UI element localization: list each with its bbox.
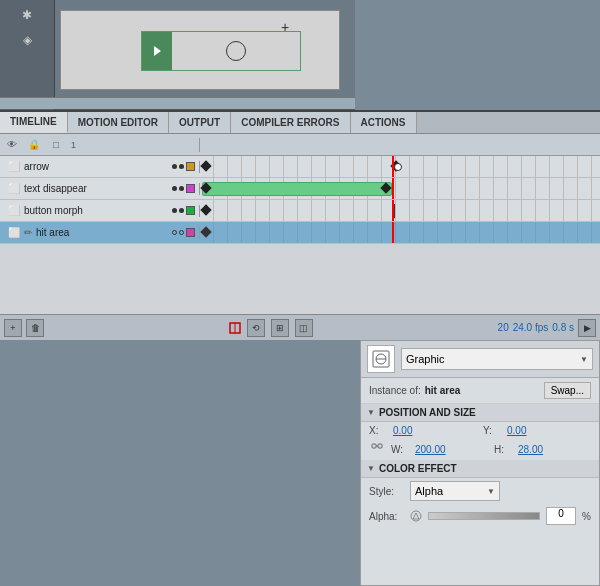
layer-dots-td: [172, 184, 195, 193]
w-value[interactable]: 200.00: [415, 444, 446, 455]
percent-label: %: [582, 511, 591, 522]
current-frame[interactable]: 20: [498, 322, 509, 333]
layer-name-text-disappear: ⬜ text disappear: [0, 183, 200, 195]
color-section-label: COLOR EFFECT: [379, 463, 457, 474]
layer-label-hit-area: hit area: [36, 227, 69, 238]
instance-label: Instance of:: [369, 385, 421, 396]
onion-skin-button[interactable]: ◫: [295, 319, 313, 337]
scroll-right-button[interactable]: ▶: [578, 319, 596, 337]
x-value[interactable]: 0.00: [393, 425, 412, 436]
playhead-line-ha: [392, 222, 394, 243]
playhead-line-bm: [392, 200, 394, 221]
layers-area: ⬜ arrow ⬜: [0, 156, 600, 244]
swap-button[interactable]: Swap...: [544, 382, 591, 399]
alpha-input[interactable]: 0: [546, 507, 576, 525]
dot2: [179, 164, 184, 169]
add-layer-button[interactable]: +: [4, 319, 22, 337]
y-value[interactable]: 0.00: [507, 425, 526, 436]
stage-canvas: ✱ ◈ +: [0, 0, 355, 110]
frame-grid-bm: [200, 200, 600, 221]
frames-cell-arrow: [200, 156, 600, 177]
circle-shape: [226, 41, 246, 61]
x-pair: X: 0.00: [369, 425, 477, 436]
tool-icon-1[interactable]: ✱: [17, 5, 37, 25]
tab-output[interactable]: OUTPUT: [169, 112, 231, 133]
alpha-slider[interactable]: [428, 512, 540, 520]
color-section-collapse-arrow: ▼: [367, 464, 375, 473]
snap-button[interactable]: ⊞: [271, 319, 289, 337]
left-toolbar: ✱ ◈: [0, 0, 55, 110]
dot2-ha: [179, 230, 184, 235]
color-effect-section-header[interactable]: ▼ COLOR EFFECT: [361, 460, 599, 478]
layer-row-button-morph[interactable]: ⬜ button morph: [0, 200, 600, 222]
y-label: Y:: [483, 425, 503, 436]
layer-color-bm: [186, 206, 195, 215]
wh-row: W: 200.00 H: 28.00: [361, 439, 599, 460]
tab-compiler-errors[interactable]: COMPILER ERRORS: [231, 112, 350, 133]
time-value: 0.8 s: [552, 322, 574, 333]
timeline-header: 👁 🔒 □ 1 5 10 15 20 25 30: [0, 134, 600, 156]
alpha-icon: [410, 510, 422, 522]
h-pair: H: 28.00: [494, 444, 591, 455]
layer-row-text-disappear[interactable]: ⬜ text disappear: [0, 178, 600, 200]
playhead-line-td: [392, 178, 394, 199]
layer-type-icon-bm: ⬜: [8, 205, 20, 217]
frame-icon: □: [49, 138, 63, 152]
frame-one-label: 1: [71, 140, 76, 150]
timeline-panel: TIMELINE MOTION EDITOR OUTPUT COMPILER E…: [0, 110, 600, 340]
frame-grid-ha: [200, 222, 600, 243]
position-section-label: POSITION AND SIZE: [379, 407, 476, 418]
delete-layer-button[interactable]: 🗑: [26, 319, 44, 337]
svg-rect-7: [378, 444, 382, 448]
alpha-row: Alpha: 0 %: [361, 504, 599, 528]
layer-color-ha: [186, 228, 195, 237]
tween-bar-td: [202, 182, 392, 196]
svg-rect-6: [372, 444, 376, 448]
dot1-td: [172, 186, 177, 191]
layer-row-arrow[interactable]: ⬜ arrow: [0, 156, 600, 178]
timeline-bottom: + 🗑 ⟲ ⊞ ◫ 20 24.0 fps 0.8 s ▶: [0, 314, 600, 340]
style-dropdown[interactable]: Alpha ▼: [410, 481, 500, 501]
position-section-header[interactable]: ▼ POSITION AND SIZE: [361, 404, 599, 422]
pencil-icon: ✏: [24, 227, 32, 238]
section-collapse-arrow: ▼: [367, 408, 375, 417]
layer-name-hit-area: ⬜ ✏ hit area: [0, 227, 200, 239]
link-icon[interactable]: [369, 441, 385, 457]
layer-dots-ha: [172, 228, 195, 237]
tab-timeline[interactable]: TIMELINE: [0, 112, 68, 133]
tab-motion-editor[interactable]: MOTION EDITOR: [68, 112, 169, 133]
instance-row: Instance of: hit area Swap...: [361, 378, 599, 404]
style-label: Style:: [369, 486, 404, 497]
stage-button: [141, 31, 301, 71]
x-label: X:: [369, 425, 389, 436]
layer-name-button-morph: ⬜ button morph: [0, 205, 200, 217]
layer-color-arrow: [186, 162, 195, 171]
tab-actions[interactable]: ACTIONS: [351, 112, 417, 133]
style-value: Alpha: [415, 485, 443, 497]
hollow-circle-arrow: [394, 163, 402, 171]
h-value[interactable]: 28.00: [518, 444, 543, 455]
props-type-dropdown[interactable]: Graphic ▼: [401, 348, 593, 370]
layer-label-button-morph: button morph: [24, 205, 83, 216]
dot2-bm: [179, 208, 184, 213]
h-label: H:: [494, 444, 514, 455]
frames-cell-bm: [200, 200, 600, 221]
style-dropdown-arrow-icon: ▼: [487, 487, 495, 496]
tool-icon-2[interactable]: ◈: [17, 30, 37, 50]
props-header: Graphic ▼: [361, 341, 599, 378]
lock-icon: 🔒: [27, 138, 41, 152]
style-row: Style: Alpha ▼: [361, 478, 599, 504]
graphic-symbol-icon: [371, 349, 391, 369]
button-circle-area: [172, 32, 300, 70]
frame-indicator-icon: [229, 322, 241, 334]
fps-value[interactable]: 24.0 fps: [513, 322, 549, 333]
dot1-ha: [172, 230, 177, 235]
layer-row-hit-area[interactable]: ⬜ ✏ hit area: [0, 222, 600, 244]
link-proportions-icon: [370, 442, 384, 456]
canvas-scrollbar[interactable]: [0, 97, 355, 109]
eye-icon: 👁: [5, 138, 19, 152]
instance-name: hit area: [425, 385, 461, 396]
loop-button[interactable]: ⟲: [247, 319, 265, 337]
layer-type-icon-td: ⬜: [8, 183, 20, 195]
playback-controls: ⟲ ⊞ ◫: [229, 319, 313, 337]
